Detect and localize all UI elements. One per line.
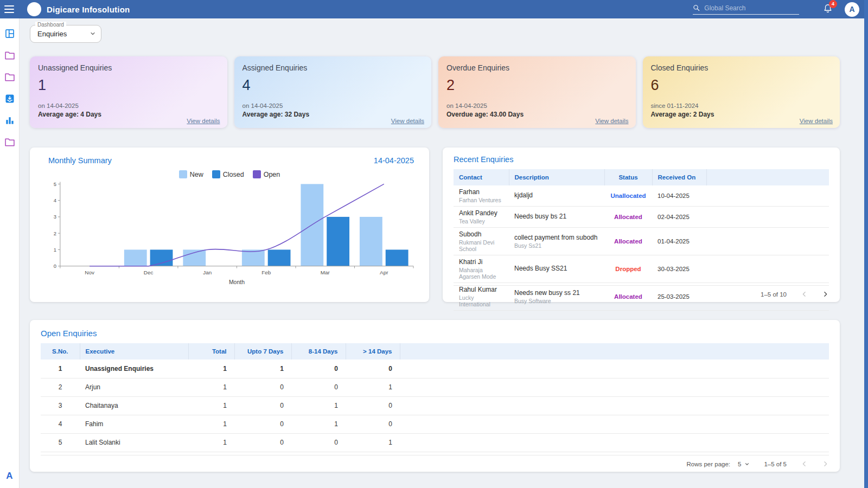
table-header-row: Contact Description Status Received On <box>454 169 829 185</box>
legend-label: Closed <box>223 171 244 178</box>
stat-card-value: 6 <box>651 77 832 94</box>
col-header-received-on: Received On <box>652 169 706 185</box>
enquiry-description: collect payment from subodh <box>514 234 599 241</box>
8-14-days-count: 0 <box>291 433 346 452</box>
gt-14-days-count: 1 <box>346 433 400 452</box>
col-header-empty <box>706 169 829 185</box>
prev-page-button[interactable] <box>801 460 808 467</box>
col-header-8-14-days: 8-14 Days <box>291 343 346 359</box>
recent-enquiries-panel: Recent Enquiries Contact Description Sta… <box>443 147 840 302</box>
page-scrollbar[interactable] <box>864 0 868 488</box>
view-details-link[interactable]: View details <box>595 118 628 124</box>
legend-item-closed[interactable]: Closed <box>212 170 244 178</box>
stat-cards-row: Unassigned Enquiries 1 on 14-04-2025 Ave… <box>30 56 840 128</box>
dashboard-select[interactable]: Dashboard Enquiries <box>30 25 101 43</box>
svg-text:2: 2 <box>54 230 56 236</box>
stat-card-date: on 14-04-2025 <box>242 102 424 109</box>
upto-7-days-count: 0 <box>234 415 291 433</box>
folder-icon <box>4 72 15 82</box>
open-enquiry-row[interactable]: 4 Fahim 1 0 1 0 <box>41 415 829 433</box>
chart-date: 14-04-2025 <box>374 156 414 165</box>
sidebar-item-folder-3[interactable] <box>3 136 16 149</box>
stat-card-date: since 01-11-2024 <box>651 102 832 109</box>
notification-count-badge: 4 <box>829 0 837 8</box>
rows-per-page-select[interactable]: 5 <box>738 461 750 467</box>
app-title: Digicare Infosolution <box>47 5 130 14</box>
total-count: 1 <box>188 359 234 378</box>
contact-name: Khatri Ji <box>459 258 503 266</box>
hamburger-menu-button[interactable] <box>4 5 14 13</box>
status-badge: Allocated <box>604 207 652 228</box>
legend-swatch <box>212 170 220 178</box>
legend-label: New <box>190 171 203 178</box>
chevron-right-icon <box>822 291 829 298</box>
svg-text:Feb: Feb <box>261 269 271 275</box>
legend-swatch <box>253 170 261 178</box>
svg-text:4: 4 <box>54 197 56 203</box>
stat-card-assigned: Assigned Enquiries 4 on 14-04-2025 Avera… <box>234 56 432 128</box>
open-enquiry-row[interactable]: 3 Chaitanaya 1 0 1 0 <box>41 396 829 415</box>
col-header-empty <box>400 343 829 359</box>
next-page-button[interactable] <box>822 460 829 467</box>
monthly-summary-panel: Monthly Summary 14-04-2025 NewClosedOpen… <box>30 147 429 302</box>
folder-icon <box>4 50 15 60</box>
open-enquiries-table: S.No. Executive Total Upto 7 Days 8-14 D… <box>41 343 829 452</box>
sidebar-item-dashboard[interactable] <box>3 27 16 40</box>
open-enquiries-pagination: Rows per page: 5 1–5 of 5 <box>41 455 829 467</box>
table-header-row: S.No. Executive Total Upto 7 Days 8-14 D… <box>41 343 829 359</box>
col-header-status: Status <box>604 169 652 185</box>
open-enquiries-panel: Open Enquiries S.No. Executive Total Upt… <box>30 320 840 472</box>
stat-card-title: Closed Enquiries <box>651 63 832 72</box>
global-search-input[interactable] <box>704 4 799 12</box>
stat-card-age: Average age: 32 Days <box>242 111 424 118</box>
inbox-icon <box>4 93 15 104</box>
view-details-link[interactable]: View details <box>391 118 424 124</box>
recent-enquiries-title: Recent Enquiries <box>454 155 829 164</box>
status-badge: Allocated <box>604 228 652 255</box>
enquiry-row[interactable]: Subodh Rukmani Devi School collect payme… <box>454 228 829 255</box>
company-logo <box>27 2 41 16</box>
view-details-link[interactable]: View details <box>800 118 833 124</box>
svg-text:Month: Month <box>229 279 245 285</box>
open-enquiry-row[interactable]: 2 Arjun 1 0 0 1 <box>41 378 829 396</box>
contact-company: Rukmani Devi School <box>459 239 503 252</box>
open-enquiry-row[interactable]: 5 Lalit Solanki 1 0 0 1 <box>41 433 829 452</box>
enquiry-description-sub: Busy Ss21 <box>514 242 599 249</box>
upto-7-days-count: 1 <box>234 359 291 378</box>
stat-card-closed: Closed Enquiries 6 since 01-11-2024 Aver… <box>643 56 840 128</box>
legend-item-open[interactable]: Open <box>253 170 280 178</box>
status-badge: Dropped <box>604 255 652 283</box>
8-14-days-count: 0 <box>291 359 346 378</box>
chevron-left-icon <box>801 460 808 467</box>
enquiry-row[interactable]: Farhan Farhan Ventures kjdaljd Unallocat… <box>454 185 829 207</box>
user-avatar[interactable]: A <box>845 2 859 17</box>
col-header-upto-7-days: Upto 7 Days <box>234 343 291 359</box>
enquiry-row[interactable]: Ankit Pandey Tea Valley Needs busy bs 21… <box>454 207 829 228</box>
upto-7-days-count: 0 <box>234 396 291 415</box>
executive-name: Unassigned Enquiries <box>80 359 188 378</box>
sidebar-footer-logo[interactable]: A <box>6 471 12 481</box>
legend-item-new[interactable]: New <box>179 170 203 178</box>
next-page-button[interactable] <box>822 291 829 298</box>
svg-text:0: 0 <box>54 263 56 269</box>
gt-14-days-count: 0 <box>346 415 400 433</box>
rows-per-page-label: Rows per page: <box>686 461 730 467</box>
contact-company: Tea Valley <box>459 218 503 224</box>
enquiry-description: Needs Busy SS21 <box>514 265 599 272</box>
sidebar-item-reports[interactable] <box>3 114 16 127</box>
col-header-sno: S.No. <box>41 343 80 359</box>
sidebar-item-folder-1[interactable] <box>3 49 16 62</box>
prev-page-button[interactable] <box>801 291 808 298</box>
view-details-link[interactable]: View details <box>187 118 220 124</box>
chevron-right-icon <box>822 460 829 467</box>
sno: 2 <box>41 378 80 396</box>
open-enquiry-row[interactable]: 1 Unassigned Enquiries 1 1 0 0 <box>41 359 829 378</box>
sidebar-item-folder-2[interactable] <box>3 70 16 84</box>
notifications-button[interactable]: 4 <box>823 3 833 16</box>
dashboard-select-label: Dashboard <box>35 22 66 28</box>
enquiry-row[interactable]: Khatri Ji Maharaja Agarsen Mode Needs Bu… <box>454 255 829 283</box>
stat-card-title: Overdue Enquiries <box>446 63 628 72</box>
sidebar-item-inbox[interactable] <box>3 92 16 105</box>
stat-card-title: Assigned Enquiries <box>242 63 424 72</box>
received-date: 10-04-2025 <box>652 185 706 207</box>
